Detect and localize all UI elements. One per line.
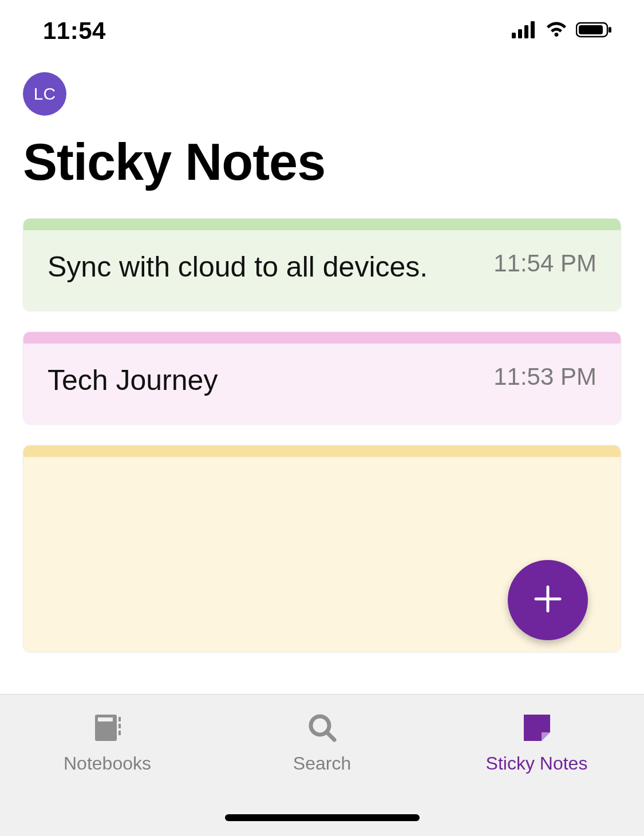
- svg-rect-5: [579, 25, 603, 34]
- tab-label: Sticky Notes: [486, 753, 588, 774]
- svg-rect-12: [118, 724, 121, 728]
- status-time: 11:54: [43, 17, 106, 45]
- tab-sticky-notes[interactable]: Sticky Notes: [429, 711, 644, 836]
- add-note-button[interactable]: [508, 560, 588, 640]
- note-text: Sync with cloud to all devices.: [48, 249, 476, 285]
- svg-rect-13: [118, 731, 121, 735]
- tab-label: Search: [293, 753, 351, 774]
- svg-rect-10: [98, 717, 113, 721]
- svg-rect-11: [118, 717, 121, 721]
- svg-rect-6: [609, 27, 611, 33]
- tab-label: Notebooks: [64, 753, 151, 774]
- note-time: 11:54 PM: [493, 249, 596, 277]
- status-icons: [512, 21, 613, 41]
- plus-icon: [532, 583, 563, 617]
- note-card[interactable]: Sync with cloud to all devices. 11:54 PM: [23, 218, 621, 311]
- page-title: Sticky Notes: [23, 133, 621, 192]
- svg-rect-1: [518, 29, 522, 38]
- note-text: Tech Journey: [48, 362, 476, 399]
- cellular-icon: [512, 21, 537, 41]
- svg-rect-0: [512, 33, 516, 38]
- status-bar: 11:54: [0, 0, 644, 55]
- avatar[interactable]: LC: [23, 72, 66, 116]
- note-time: 11:53 PM: [493, 362, 596, 391]
- svg-line-15: [327, 732, 334, 740]
- note-color-stripe: [23, 445, 621, 457]
- sticky-note-icon: [521, 711, 553, 745]
- notebook-icon: [91, 711, 124, 745]
- battery-icon: [576, 21, 613, 41]
- svg-rect-3: [531, 21, 535, 38]
- header: LC Sticky Notes: [0, 55, 644, 206]
- note-color-stripe: [23, 219, 621, 230]
- wifi-icon: [545, 21, 568, 41]
- tab-notebooks[interactable]: Notebooks: [0, 711, 215, 836]
- svg-rect-2: [524, 25, 528, 38]
- note-card[interactable]: Tech Journey 11:53 PM: [23, 332, 621, 424]
- home-indicator[interactable]: [225, 814, 420, 821]
- note-color-stripe: [23, 332, 621, 344]
- search-icon: [306, 711, 339, 745]
